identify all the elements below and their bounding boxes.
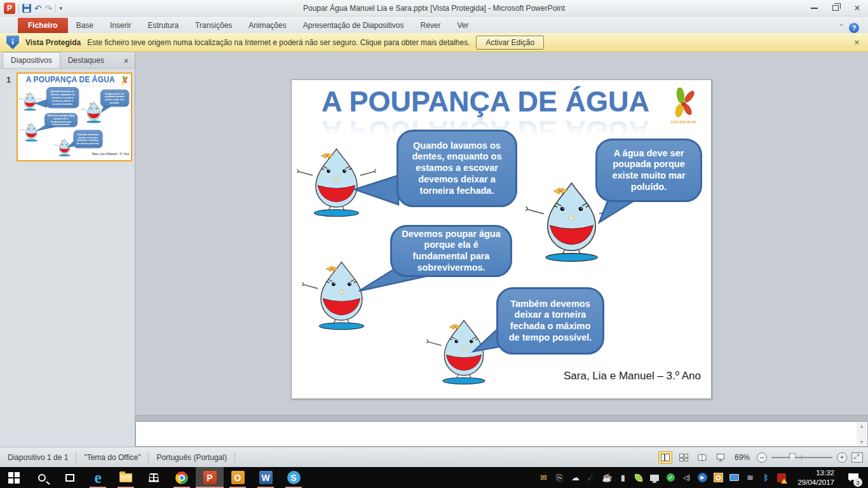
tab-ficheiro[interactable]: Ficheiro	[18, 18, 68, 33]
tab-destaques[interactable]: Destaques	[60, 53, 112, 68]
window-title: Poupar Água Manuel Lia e Sara.pptx [Vist…	[0, 4, 868, 13]
zoom-out-button[interactable]: –	[757, 452, 767, 463]
taskbar-skype[interactable]: S	[280, 467, 308, 488]
slide-count-status[interactable]: Diapositivo 1 de 1	[0, 453, 76, 462]
taskbar-chrome[interactable]	[168, 467, 196, 488]
action-center-button[interactable]: 3	[845, 467, 862, 488]
shield-info-icon: i	[6, 36, 19, 50]
slides-panel: 1 A POUPANÇA DE ÁGUA A POUPANÇA DE ÁGUA …	[0, 69, 135, 447]
mail-icon[interactable]: ✉	[538, 473, 548, 483]
tab-inserir[interactable]: Inserir	[102, 18, 139, 33]
theme-status[interactable]: "Tema do Office"	[76, 453, 148, 462]
notes-pane[interactable]: ▲ ▼	[135, 421, 868, 447]
minimize-button[interactable]	[803, 1, 825, 15]
tab-rever[interactable]: Rever	[412, 18, 449, 33]
slide-credit: Sara, Lia e Manuel – 3.º Ano	[92, 152, 130, 156]
speech-bubble: Devemos poupar água porque ela é fundame…	[44, 113, 78, 127]
reading-view-button[interactable]	[695, 451, 709, 464]
powerpoint-app-icon[interactable]: P	[4, 3, 15, 14]
title-bar: P ↶ ↷ ▾ Poupar Água Manuel Lia e Sara.pp…	[0, 0, 868, 17]
office-upload-icon[interactable]: O	[713, 473, 723, 483]
onedrive-cloud-icon[interactable]: ☁	[570, 473, 580, 483]
slide-number: 1	[6, 75, 11, 85]
usb-device-icon[interactable]: ⎘	[554, 473, 564, 483]
tab-diapositivos[interactable]: Diapositivos	[3, 52, 60, 68]
status-bar: Diapositivo 1 de 1 "Tema do Office" Port…	[0, 447, 868, 467]
restore-icon	[832, 5, 839, 11]
normal-view-button[interactable]	[658, 451, 672, 464]
zoom-in-button[interactable]: +	[837, 452, 847, 463]
speech-bubble[interactable]: Também devemos deixar a torneira fechada…	[496, 287, 604, 355]
speech-bubble[interactable]: Quando lavamos os dentes, enquanto os es…	[397, 130, 517, 207]
tab-ver[interactable]: Ver	[449, 18, 477, 33]
outlook-icon: O	[231, 471, 245, 484]
speech-bubble[interactable]: Devemos poupar água porque ela é fundame…	[390, 225, 512, 277]
taskbar-file-explorer[interactable]	[112, 467, 140, 488]
security-ok-icon[interactable]: ✓	[665, 473, 675, 483]
satellite-icon[interactable]: ☄	[586, 473, 596, 483]
windows-logo-icon	[8, 472, 20, 484]
tab-apresentacao[interactable]: Apresentação de Diapositivos	[295, 18, 412, 33]
slideshow-view-button[interactable]	[714, 451, 728, 464]
undo-icon[interactable]: ↶	[34, 4, 42, 13]
close-bar-icon[interactable]: ×	[854, 37, 862, 47]
quick-access-toolbar: P ↶ ↷ ▾	[0, 3, 62, 14]
task-view-button[interactable]	[56, 467, 84, 488]
battery-icon[interactable]: ▮	[618, 473, 628, 483]
slide-credit[interactable]: Sara, Lia e Manuel – 3.º Ano	[564, 370, 701, 383]
clock-time: 13:32	[797, 468, 834, 478]
zoom-slider[interactable]	[771, 452, 832, 463]
taskbar-outlook[interactable]: O	[224, 467, 252, 488]
help-icon[interactable]: ?	[849, 23, 859, 33]
start-button[interactable]	[0, 467, 28, 488]
monitor-icon[interactable]	[649, 473, 660, 483]
tab-estrutura[interactable]: Estrutura	[139, 18, 187, 33]
java-icon[interactable]: ☕	[602, 473, 612, 483]
taskbar-powerpoint[interactable]: P	[196, 467, 224, 488]
fit-to-window-button[interactable]	[851, 452, 863, 463]
minimize-ribbon-icon[interactable]: ˆ	[840, 24, 843, 32]
bluetooth-icon[interactable]: ᛒ	[761, 473, 771, 483]
divider	[234, 452, 235, 463]
slide-thumbnail[interactable]: A POUPANÇA DE ÁGUA A POUPANÇA DE ÁGUA EC…	[17, 72, 132, 161]
powerpoint-window: P ↶ ↷ ▾ Poupar Água Manuel Lia e Sara.pp…	[0, 0, 868, 488]
slide-sorter-view-button[interactable]	[677, 451, 691, 464]
wifi-icon[interactable]: ≋	[745, 473, 755, 483]
chrome-icon	[175, 471, 188, 484]
divider	[55, 4, 56, 13]
redo-icon[interactable]: ↷	[45, 4, 53, 13]
tab-base[interactable]: Base	[68, 18, 102, 33]
volume-icon[interactable]: ◁)	[681, 473, 691, 483]
save-icon[interactable]	[22, 4, 31, 13]
language-status[interactable]: Português (Portugal)	[149, 453, 234, 462]
leaf-icon[interactable]	[634, 473, 644, 483]
tab-animacoes[interactable]: Animações	[240, 18, 294, 33]
scroll-down-icon[interactable]: ▼	[860, 440, 864, 444]
speech-bubble[interactable]: A água deve ser poupada porque existe mu…	[595, 139, 702, 202]
taskbar-search-button[interactable]	[28, 467, 56, 488]
scroll-up-icon[interactable]: ▲	[860, 424, 864, 428]
powerpoint-icon: P	[203, 471, 217, 484]
network-computer-icon[interactable]	[729, 473, 739, 483]
slide-thumbnail-content: A POUPANÇA DE ÁGUA A POUPANÇA DE ÁGUA EC…	[18, 74, 132, 161]
slide-canvas[interactable]: A POUPANÇA DE ÁGUA A POUPANÇA DE ÁGUA EC…	[291, 79, 712, 399]
close-button[interactable]: ×	[846, 1, 868, 15]
display-warning-icon[interactable]	[776, 473, 787, 483]
zoom-level[interactable]: 69%	[735, 453, 750, 462]
enable-editing-button[interactable]: Activar Edição	[476, 36, 544, 50]
edge-icon: e	[94, 471, 101, 484]
taskbar-clock[interactable]: 13:32 29/04/2017	[792, 468, 839, 487]
customize-qat-dropdown-icon[interactable]: ▾	[59, 5, 62, 11]
taskbar-store[interactable]	[140, 467, 168, 488]
folder-icon	[119, 473, 132, 482]
canvas-notes-divider[interactable]	[135, 415, 868, 421]
taskbar-edge[interactable]: e	[84, 467, 112, 488]
ribbon-tab-row: Ficheiro Base Inserir Estrutura Transiçõ…	[0, 17, 868, 33]
close-panel-icon[interactable]: ×	[124, 57, 135, 68]
tab-transicoes[interactable]: Transições	[187, 18, 240, 33]
taskbar-word[interactable]: W	[252, 467, 280, 488]
zoom-slider-thumb[interactable]	[789, 453, 796, 462]
media-player-icon[interactable]: ▶	[697, 473, 707, 483]
notes-scrollbar[interactable]: ▲ ▼	[857, 423, 867, 445]
restore-button[interactable]	[825, 1, 846, 15]
